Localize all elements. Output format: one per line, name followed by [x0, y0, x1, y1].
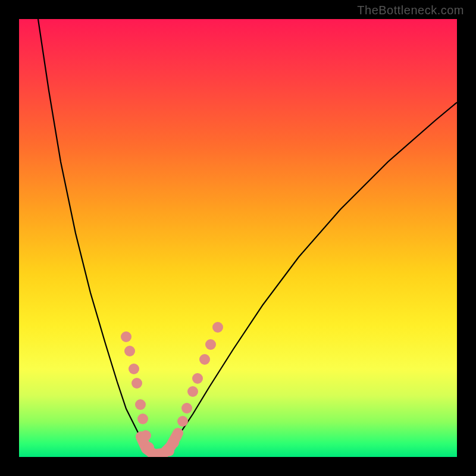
plot-area — [19, 19, 457, 457]
marker-dot — [205, 339, 216, 350]
marker-dot — [177, 416, 188, 427]
marker-dot — [181, 403, 192, 414]
curve-layer — [38, 19, 457, 456]
marker-dot — [192, 373, 203, 384]
marker-dot — [173, 428, 183, 439]
marker-dot — [137, 414, 148, 424]
marker-dot — [199, 354, 210, 365]
marker-dot — [212, 322, 223, 333]
marker-dot — [135, 399, 146, 410]
watermark-text: TheBottleneck.com — [357, 4, 464, 17]
marker-dot — [187, 386, 198, 397]
marker-dot — [124, 346, 135, 356]
outer-black-frame: TheBottleneck.com — [0, 0, 476, 476]
marker-dot — [131, 378, 142, 389]
marker-dot — [168, 437, 179, 448]
marker-dot — [121, 331, 131, 342]
marker-dot — [140, 430, 151, 441]
left-branch-curve — [38, 19, 156, 456]
right-branch-curve — [156, 102, 457, 456]
chart-svg — [19, 19, 457, 457]
marker-dot — [129, 364, 139, 374]
